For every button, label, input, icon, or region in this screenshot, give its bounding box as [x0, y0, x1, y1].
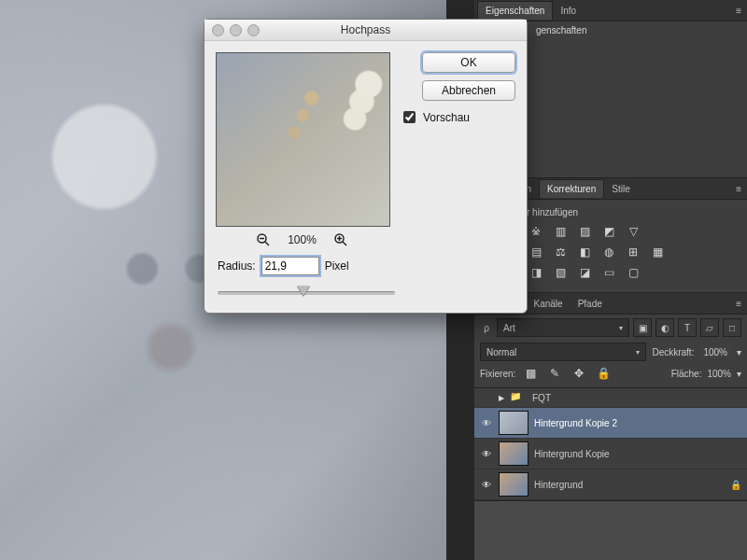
tab-eigenschaften[interactable]: Eigenschaften [477, 1, 553, 20]
window-min-icon[interactable] [230, 24, 242, 36]
svg-line-4 [343, 242, 346, 245]
folder-icon: 📁 [510, 391, 527, 404]
tab-korrekturen[interactable]: Korrekturen [539, 179, 604, 198]
preview-checkbox[interactable] [403, 111, 416, 123]
radius-unit: Pixel [325, 259, 349, 273]
radius-slider[interactable] [218, 285, 395, 300]
visibility-eye-icon[interactable]: 👁 [480, 418, 493, 428]
window-close-icon[interactable] [212, 24, 224, 36]
blend-mode-select[interactable]: Normal▾ [480, 343, 646, 361]
vibrance-icon[interactable]: ▽ [624, 223, 642, 240]
blend-mode-value: Normal [486, 347, 516, 357]
exposure-icon[interactable]: ◩ [599, 223, 618, 240]
lock-label: Fixieren: [480, 369, 515, 379]
photo-filter-icon[interactable]: ◍ [599, 244, 618, 260]
adjustments-icon-row-3: ◨ ▧ ◪ ▭ ▢ [527, 264, 741, 281]
layer-thumbnail[interactable] [499, 411, 529, 435]
brightness-contrast-icon[interactable]: ※ [527, 223, 545, 240]
invert-icon[interactable]: ◨ [527, 264, 545, 281]
window-zoom-icon[interactable] [247, 24, 260, 36]
opacity-value[interactable]: 100% [699, 346, 731, 358]
curves-icon[interactable]: ▨ [575, 223, 594, 240]
layer-thumbnail[interactable] [499, 472, 529, 497]
panel-menu-icon[interactable]: ≡ [730, 299, 747, 309]
zoom-level: 100% [288, 233, 317, 246]
adjustments-icon-row-2: ▤ ⚖ ◧ ◍ ⊞ ▦ [527, 244, 741, 260]
filter-smart-icon[interactable]: □ [723, 318, 741, 337]
disclosure-triangle-icon[interactable]: ▶ [499, 394, 504, 402]
lock-transparency-icon[interactable]: ▩ [521, 365, 540, 382]
channel-mixer-icon[interactable]: ⊞ [624, 244, 642, 260]
svg-line-1 [265, 242, 269, 245]
tab-stile[interactable]: Stile [604, 180, 637, 198]
selective-color-icon[interactable]: ▢ [624, 264, 642, 281]
filter-adjust-icon[interactable]: ◐ [655, 318, 674, 337]
levels-icon[interactable]: ▥ [551, 223, 570, 240]
panel-menu-icon[interactable]: ≡ [730, 184, 747, 194]
fill-label: Fläche: [671, 369, 702, 379]
layer-lock-row: Fixieren: ▩ ✎ ✥ 🔒 Fläche: 100%▾ [474, 363, 747, 387]
layer-row[interactable]: 👁Hintergrund🔒 [474, 469, 747, 500]
color-lookup-icon[interactable]: ▦ [648, 244, 667, 260]
layer-list: ▶📁FQT👁Hintergrund Kopie 2👁Hintergrund Ko… [474, 387, 747, 500]
zoom-in-icon[interactable] [333, 232, 348, 247]
bw-icon[interactable]: ◧ [575, 244, 594, 260]
visibility-eye-icon[interactable]: 👁 [480, 449, 493, 459]
tab-info[interactable]: Info [553, 2, 584, 20]
opacity-label: Deckkraft: [652, 347, 694, 357]
preview-checkbox-row[interactable]: Vorschau [400, 108, 515, 126]
search-icon[interactable]: ρ [480, 323, 493, 333]
filter-preview[interactable] [216, 52, 390, 227]
lock-position-icon[interactable]: ✥ [570, 365, 588, 382]
lock-all-icon[interactable]: 🔒 [594, 365, 613, 382]
radius-label: Radius: [218, 259, 256, 273]
layer-filter-label: Art [503, 323, 515, 333]
dialog-titlebar[interactable]: Hochpass [204, 20, 527, 41]
layer-filter-type[interactable]: Art▾ [497, 318, 629, 337]
cancel-button[interactable]: Abbrechen [422, 80, 515, 101]
layer-thumbnail[interactable] [499, 441, 529, 466]
dialog-title: Hochpass [341, 23, 390, 36]
layer-blend-row: Normal▾ Deckkraft: 100%▾ [474, 341, 747, 363]
layer-row[interactable]: 👁Hintergrund Kopie 2 [474, 408, 747, 439]
zoom-out-icon[interactable] [256, 232, 271, 247]
visibility-eye-icon[interactable]: 👁 [480, 480, 493, 490]
tab-kanaele[interactable]: Kanäle [526, 295, 570, 313]
filter-shape-icon[interactable]: ▱ [700, 318, 719, 337]
panel-menu-icon[interactable]: ≡ [730, 6, 747, 16]
fill-value[interactable]: 100% [707, 369, 731, 379]
filter-type-icon[interactable]: T [678, 318, 697, 337]
layer-filter-row: ρ Art▾ ▣ ◐ T ▱ □ [474, 315, 747, 341]
filter-pixel-icon[interactable]: ▣ [633, 318, 652, 337]
hue-sat-icon[interactable]: ▤ [527, 244, 545, 260]
high-pass-dialog: Hochpass 100% OK Abbrechen Vorschau [204, 19, 528, 314]
layer-name[interactable]: Hintergrund Kopie [534, 449, 741, 459]
adjustments-icon-row-1: ※ ▥ ▨ ◩ ▽ [527, 223, 741, 240]
slider-handle-icon[interactable] [297, 286, 310, 296]
posterize-icon[interactable]: ▧ [551, 264, 570, 281]
layer-name[interactable]: FQT [532, 393, 741, 403]
layer-name[interactable]: Hintergrund Kopie 2 [534, 418, 741, 428]
layers-panel: Ebenen Kanäle Pfade ≡ ρ Art▾ ▣ ◐ T ▱ □ N… [474, 293, 747, 501]
radius-input[interactable] [261, 257, 319, 275]
threshold-icon[interactable]: ◪ [575, 264, 594, 281]
properties-subheading: genschaften [536, 25, 740, 35]
tab-pfade[interactable]: Pfade [571, 295, 610, 313]
ok-button[interactable]: OK [422, 52, 515, 73]
layer-name[interactable]: Hintergrund [534, 480, 725, 490]
lock-pixels-icon[interactable]: ✎ [545, 365, 564, 382]
gradient-map-icon[interactable]: ▭ [599, 264, 618, 281]
adjustments-subtitle: r hinzufügen [527, 207, 741, 217]
layer-row[interactable]: 👁Hintergrund Kopie [474, 439, 747, 469]
color-balance-icon[interactable]: ⚖ [551, 244, 570, 260]
preview-checkbox-label: Vorschau [423, 111, 470, 124]
lock-icon: 🔒 [730, 480, 741, 490]
layer-row[interactable]: ▶📁FQT [474, 388, 747, 408]
